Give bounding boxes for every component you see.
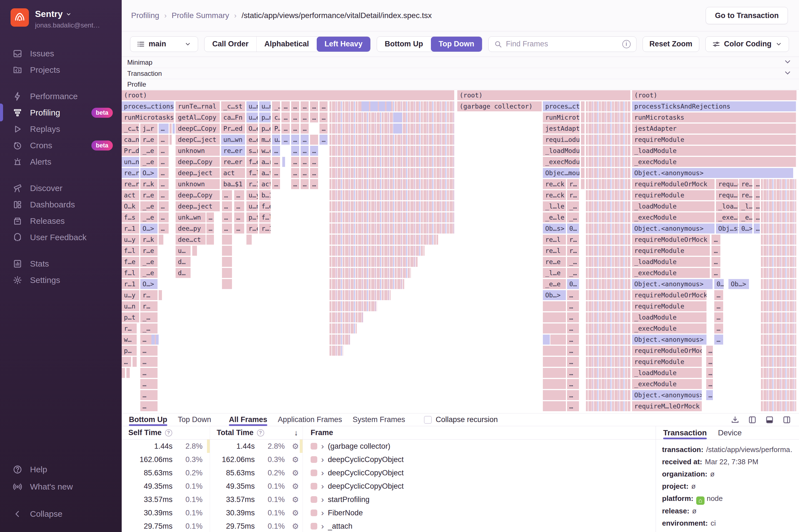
flame-cell[interactable] (586, 257, 630, 267)
flame-cell[interactable]: _l…e (543, 268, 566, 278)
chevron-down-icon[interactable] (784, 69, 791, 78)
flame-cell[interactable]: … (714, 335, 723, 345)
flame-cell[interactable]: dee…ct (175, 235, 205, 245)
flame-cell[interactable]: _loadModule (632, 146, 796, 156)
flame-cell[interactable]: ca…n (122, 135, 139, 145)
frame-cell[interactable]: ›startProfiling (303, 493, 656, 506)
flame-cell[interactable] (761, 357, 796, 367)
search-input[interactable] (506, 40, 618, 48)
flame-cell[interactable]: s…r (246, 146, 258, 156)
chevron-down-icon[interactable] (784, 58, 791, 67)
flame-cell[interactable]: r…1 (122, 224, 139, 233)
flame-cell[interactable]: _c…st (221, 101, 245, 111)
flame-cell[interactable]: requ…ule (716, 190, 738, 200)
flame-cell[interactable]: … (272, 157, 280, 167)
flame-cell[interactable]: (garbage collector) (457, 101, 542, 111)
table-row[interactable]: 29.75ms0.1%29.75ms0.1%⚙›_attach (122, 519, 656, 532)
flame-cell[interactable] (586, 312, 630, 322)
flame-cell[interactable] (586, 212, 630, 223)
flame-cell[interactable]: … (567, 368, 579, 378)
flame-cell[interactable] (330, 190, 454, 200)
flame-cell[interactable]: … (567, 335, 579, 345)
thread-selector[interactable]: main (130, 36, 198, 52)
flame-cell[interactable]: … (567, 323, 579, 334)
flame-cell[interactable] (330, 335, 350, 345)
flame-cell[interactable]: u…n (246, 201, 258, 211)
flame-cell[interactable] (761, 201, 796, 211)
flame-cell[interactable]: f…l (246, 168, 258, 178)
flame-cell[interactable]: dee…py (175, 224, 205, 233)
flame-cell[interactable]: u…y (246, 190, 258, 200)
flame-cell[interactable]: _…e (140, 201, 157, 211)
flame-cell[interactable]: requireModule (632, 135, 796, 145)
flame-cell[interactable] (586, 157, 630, 167)
flame-cell[interactable]: … (319, 124, 328, 134)
flame-cell[interactable] (761, 212, 796, 223)
flame-cell[interactable] (159, 290, 162, 300)
flame-cell[interactable]: u…e (246, 112, 258, 122)
flame-cell[interactable] (761, 190, 796, 200)
flame-cell[interactable] (330, 257, 417, 267)
flame-cell[interactable]: _execModule (543, 157, 579, 167)
flame-cell[interactable] (330, 224, 454, 233)
flame-cell[interactable]: … (159, 224, 169, 233)
expand-chevron-icon[interactable]: › (321, 455, 324, 464)
flame-cell[interactable]: re…r (122, 168, 139, 178)
flame-cell[interactable] (543, 368, 566, 378)
flame-cell[interactable]: r…1 (259, 224, 271, 233)
flame-cell[interactable]: … (301, 179, 309, 189)
flame-cell[interactable]: Ob…> (543, 290, 566, 300)
flame-cell[interactable]: Object.<anonymous> (632, 390, 702, 400)
flame-cell[interactable]: O…> (140, 279, 157, 289)
flame-cell[interactable]: deep…Copy (175, 157, 220, 167)
flame-cell[interactable] (330, 235, 438, 245)
flame-cell[interactable] (156, 335, 159, 345)
flame-cell[interactable] (222, 268, 232, 278)
flame-cell[interactable]: _loadModule (632, 368, 702, 378)
flame-cell[interactable] (586, 268, 630, 278)
flame-cell[interactable] (543, 323, 566, 334)
sidebar-item-performance[interactable]: Performance (0, 88, 122, 104)
flame-cell[interactable]: unknown (175, 179, 220, 189)
flame-cell[interactable]: … (159, 157, 169, 167)
flame-cell[interactable]: runMicrotasks (543, 112, 579, 122)
flame-cell[interactable]: … (310, 146, 318, 156)
collapse-recursion-checkbox[interactable]: Collapse recursion (424, 414, 498, 426)
flame-cell[interactable]: 0… (567, 279, 579, 289)
flame-cell[interactable]: … (206, 224, 214, 233)
flame-cell[interactable]: re…k (739, 179, 752, 189)
flame-cell[interactable]: _execModule (632, 268, 710, 278)
flame-cell[interactable]: … (567, 357, 579, 367)
sidebar-item-dashboards[interactable]: Dashboards (0, 196, 122, 213)
flame-cell[interactable]: re…ck (543, 190, 566, 200)
flame-cell[interactable] (761, 224, 796, 233)
flame-cell[interactable]: processTicksAndRejections (632, 101, 796, 111)
tab-application-frames[interactable]: Application Frames (278, 414, 342, 426)
flame-cell[interactable]: … (706, 379, 713, 389)
flame-cell[interactable]: ba…$1 (221, 179, 245, 189)
flame-cell[interactable]: f…l (122, 268, 139, 278)
flame-cell[interactable] (387, 101, 391, 111)
breadcrumb-profiling[interactable]: Profiling (131, 11, 159, 20)
flame-cell[interactable] (222, 235, 232, 245)
flame-cell[interactable]: _…e (140, 257, 157, 267)
flame-cell[interactable] (586, 146, 630, 156)
flame-cell[interactable]: … (281, 135, 290, 145)
expand-chevron-icon[interactable]: › (321, 521, 324, 531)
flame-cell[interactable]: r…e (140, 246, 157, 256)
flame-cell[interactable] (761, 290, 796, 300)
flame-cell[interactable]: requ…ock (716, 179, 738, 189)
flame-cell[interactable]: Object.<anonymous> (632, 335, 706, 345)
flame-cell[interactable]: un…wn (221, 135, 245, 145)
flame-cell[interactable] (126, 368, 130, 378)
flame-cell[interactable]: … (706, 390, 713, 400)
expand-chevron-icon[interactable]: › (321, 481, 324, 491)
flame-cell[interactable]: requireModule (632, 357, 702, 367)
flame-cell[interactable]: … (754, 224, 760, 233)
flame-cell[interactable]: … (319, 112, 328, 122)
flame-cell[interactable]: deepC…Copy (175, 124, 220, 134)
sidebar-item-what-s-new[interactable]: What's new (0, 478, 122, 495)
flame-cell[interactable]: re…r (122, 179, 139, 189)
flame-cell[interactable]: … (291, 146, 299, 156)
flame-cell[interactable] (330, 135, 454, 145)
